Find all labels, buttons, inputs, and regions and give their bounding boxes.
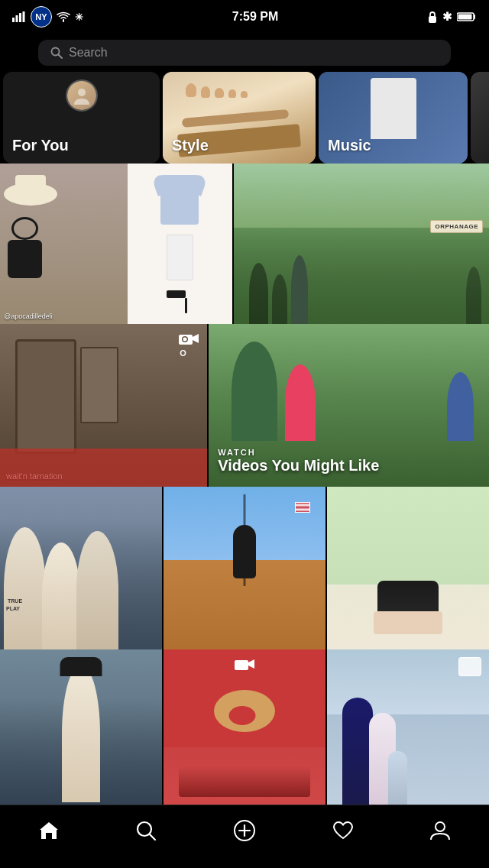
grid-row-2: O wait'n tarnation WATCH Videos You Migh… [0, 324, 489, 487]
svg-marker-15 [248, 659, 254, 669]
camera-icon-bedroom: O [178, 332, 199, 359]
bottom-nav [0, 805, 489, 868]
svg-rect-1 [16, 15, 18, 22]
svg-rect-2 [19, 13, 21, 22]
watch-videos-cell[interactable]: WATCH Videos You Might Like [209, 324, 489, 487]
battery-icon [457, 11, 477, 22]
tab-music[interactable]: Music [319, 72, 468, 164]
time-display: 7:59 PM [232, 10, 278, 24]
style-label: Style [172, 137, 209, 154]
wifi-icon [57, 11, 70, 22]
content-area: @apocadilledeli [0, 164, 489, 805]
basketball-cell[interactable] [0, 649, 162, 805]
svg-rect-0 [12, 18, 15, 22]
object-photo-cell[interactable] [327, 487, 489, 649]
camera-icon-food [234, 657, 255, 671]
category-tabs: For You Style Music [0, 72, 489, 164]
nav-activity[interactable] [332, 821, 354, 853]
group-photo-cell[interactable]: TRUE PLAY [0, 487, 162, 649]
bluetooth-icon: ✱ [442, 10, 452, 24]
tab-style[interactable]: Style [163, 72, 316, 164]
grid-row-1: @apocadilledeli [0, 164, 489, 324]
for-you-label: For You [12, 137, 69, 154]
svg-marker-11 [193, 334, 199, 343]
royals-square-badge [458, 657, 481, 676]
tab-more[interactable] [471, 72, 489, 164]
svg-rect-6 [458, 15, 472, 20]
svg-rect-4 [429, 16, 436, 23]
search-bar[interactable]: Search [0, 34, 489, 72]
signal-icon [12, 11, 26, 22]
nav-home[interactable] [38, 821, 60, 853]
search-input-wrapper[interactable]: Search [38, 40, 451, 66]
tab-for-you[interactable]: For You [3, 72, 160, 164]
nav-search[interactable] [135, 820, 157, 853]
watch-videos-label: WATCH Videos You Might Like [218, 448, 379, 474]
svg-point-21 [436, 822, 445, 831]
nav-add[interactable] [233, 819, 256, 854]
grid-row-3: TRUE PLAY [0, 487, 489, 649]
svg-line-8 [59, 55, 63, 59]
fashion-username: @apocadilledeli [4, 313, 53, 320]
desert-photo-cell[interactable] [164, 487, 325, 649]
bedroom-cell[interactable]: O wait'n tarnation [0, 324, 207, 487]
search-placeholder: Search [69, 46, 108, 60]
food-cell[interactable] [164, 649, 325, 805]
grid-row-4 [0, 649, 489, 805]
royals-cell[interactable] [327, 649, 489, 805]
svg-rect-14 [235, 660, 248, 670]
fashion-cell[interactable]: @apocadilledeli [0, 164, 232, 324]
app-icon: NY [31, 6, 52, 28]
svg-rect-3 [23, 11, 25, 22]
search-icon [50, 47, 63, 59]
orphanage-cell[interactable]: ORPHANAGE [234, 164, 489, 324]
svg-point-9 [78, 89, 86, 96]
status-left: NY ✳ [12, 6, 83, 28]
lock-icon [427, 11, 438, 23]
activity-icon: ✳ [75, 11, 83, 23]
svg-line-17 [150, 834, 155, 840]
status-bar: NY ✳ 7:59 PM ✱ [0, 0, 489, 34]
svg-point-13 [183, 338, 187, 342]
nav-profile[interactable] [429, 820, 451, 853]
music-label: Music [328, 137, 371, 154]
status-right: ✱ [427, 10, 477, 24]
